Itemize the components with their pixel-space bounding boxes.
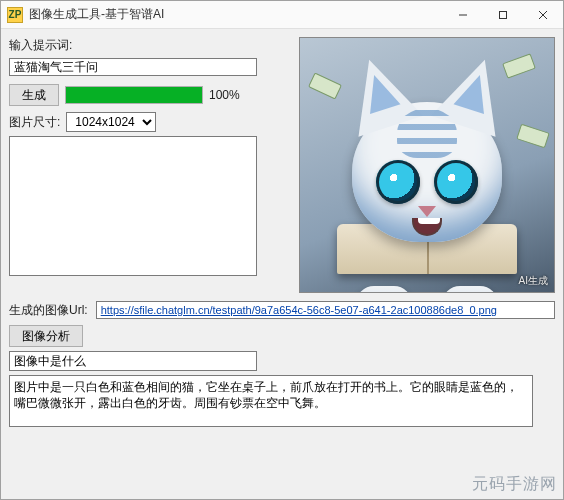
progress-bar bbox=[65, 86, 203, 104]
close-button[interactable] bbox=[523, 1, 563, 29]
svg-rect-1 bbox=[500, 11, 507, 18]
progress-percent: 100% bbox=[209, 88, 240, 102]
analysis-output: 图片中是一只白色和蓝色相间的猫，它坐在桌子上，前爪放在打开的书上。它的眼睛是蓝色… bbox=[9, 375, 533, 427]
app-icon: ZP bbox=[7, 7, 23, 23]
image-url-link[interactable]: https://sfile.chatglm.cn/testpath/9a7a65… bbox=[101, 304, 497, 316]
client-area: 输入提示词: 生成 100% 图片尺寸: 1024x1024 bbox=[1, 29, 563, 431]
generated-image: AI生成 bbox=[299, 37, 555, 293]
image-size-label: 图片尺寸: bbox=[9, 114, 60, 131]
maximize-button[interactable] bbox=[483, 1, 523, 29]
prompt-input[interactable] bbox=[9, 58, 257, 76]
image-url-label: 生成的图像Url: bbox=[9, 302, 88, 319]
window-controls bbox=[443, 1, 563, 29]
progress-fill bbox=[66, 87, 202, 103]
titlebar: ZP 图像生成工具-基于智谱AI bbox=[1, 1, 563, 29]
image-url-box: https://sfile.chatglm.cn/testpath/9a7a65… bbox=[96, 301, 555, 319]
site-watermark: 元码手游网 bbox=[472, 474, 557, 495]
cat-graphic bbox=[352, 102, 502, 242]
banknote-graphic bbox=[308, 72, 342, 99]
left-column: 输入提示词: 生成 100% 图片尺寸: 1024x1024 bbox=[9, 37, 291, 293]
window-title: 图像生成工具-基于智谱AI bbox=[29, 6, 443, 23]
banknote-graphic bbox=[516, 124, 549, 148]
analyze-button[interactable]: 图像分析 bbox=[9, 325, 83, 347]
minimize-button[interactable] bbox=[443, 1, 483, 29]
image-size-select[interactable]: 1024x1024 bbox=[66, 112, 156, 132]
analysis-question-input[interactable] bbox=[9, 351, 257, 371]
prompt-label: 输入提示词: bbox=[9, 37, 72, 54]
preview-box bbox=[9, 136, 257, 276]
generate-button[interactable]: 生成 bbox=[9, 84, 59, 106]
ai-watermark: AI生成 bbox=[519, 274, 548, 288]
